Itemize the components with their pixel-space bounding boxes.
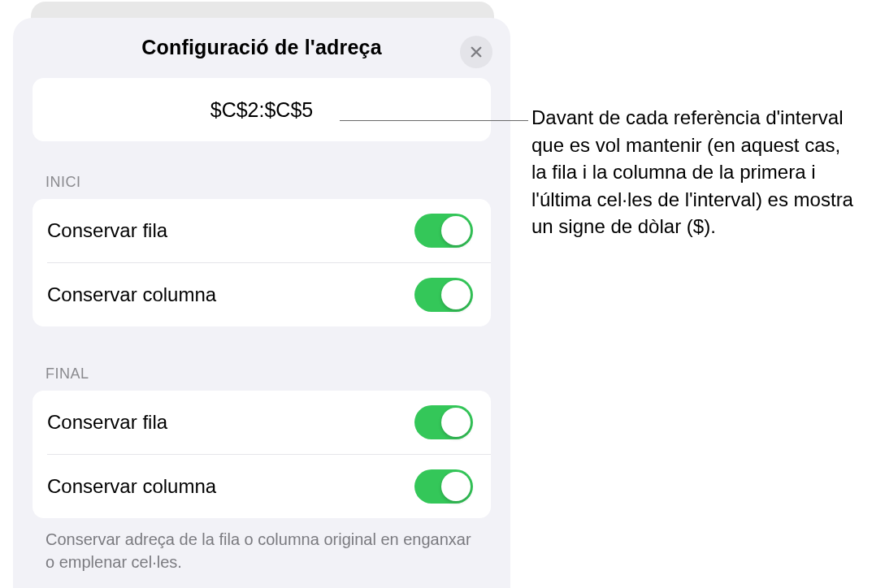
row-label: Conservar fila bbox=[47, 411, 167, 434]
callout-leader-line bbox=[340, 120, 528, 121]
callout-annotation: Davant de cada referència d'interval que… bbox=[531, 104, 858, 240]
section-label-end: FINAL bbox=[46, 365, 478, 383]
row-start-preserve-column: Conservar columna bbox=[47, 262, 491, 326]
toggle-knob bbox=[441, 280, 471, 309]
toggle-start-preserve-column[interactable] bbox=[414, 278, 473, 312]
row-end-preserve-column: Conservar columna bbox=[47, 454, 491, 518]
row-start-preserve-row: Conservar fila bbox=[33, 199, 491, 262]
footer-note: Conservar adreça de la fila o columna or… bbox=[46, 528, 478, 573]
group-start: Conservar fila Conservar columna bbox=[33, 199, 491, 326]
row-label: Conservar columna bbox=[47, 475, 216, 498]
address-display-box[interactable]: $C$2:$C$5 bbox=[33, 78, 491, 141]
address-configuration-sheet: Configuració de l'adreça $C$2:$C$5 INICI… bbox=[13, 18, 510, 588]
toggle-end-preserve-column[interactable] bbox=[414, 469, 473, 504]
section-label-start: INICI bbox=[46, 174, 478, 191]
group-end: Conservar fila Conservar columna bbox=[33, 391, 491, 518]
toggle-knob bbox=[441, 472, 471, 501]
address-value: $C$2:$C$5 bbox=[210, 98, 313, 122]
sheet-header: Configuració de l'adreça bbox=[13, 18, 510, 76]
close-button[interactable] bbox=[460, 36, 492, 68]
toggle-start-preserve-row[interactable] bbox=[414, 214, 473, 248]
toggle-knob bbox=[441, 408, 471, 437]
toggle-end-preserve-row[interactable] bbox=[414, 405, 473, 439]
row-label: Conservar fila bbox=[47, 219, 167, 242]
toggle-knob bbox=[441, 216, 471, 245]
close-icon bbox=[469, 45, 484, 59]
row-end-preserve-row: Conservar fila bbox=[33, 391, 491, 454]
sheet-title: Configuració de l'adreça bbox=[141, 36, 382, 59]
row-label: Conservar columna bbox=[47, 283, 216, 306]
